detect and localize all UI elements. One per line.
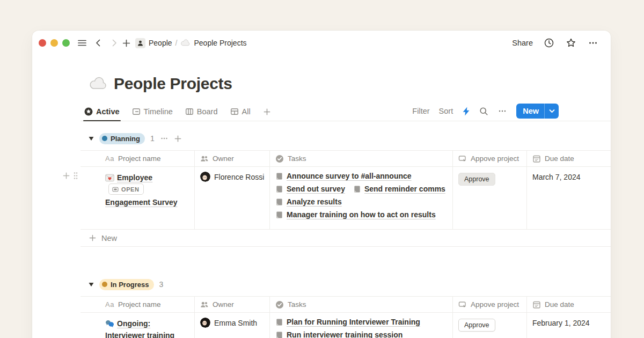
drag-handle-icon[interactable] <box>73 172 78 180</box>
project-name-cell[interactable]: EmployeeOPEN Engagement Survey <box>80 167 194 229</box>
approve-button[interactable]: Approve <box>458 319 495 332</box>
collapse-triangle-icon[interactable] <box>89 136 94 141</box>
page-icon <box>275 331 283 338</box>
owner-cell[interactable]: Emma Smith <box>194 313 269 338</box>
tab-label: Active <box>96 107 120 116</box>
new-button[interactable]: New <box>516 104 559 119</box>
notion-window: People / People Projects Share <box>32 31 611 338</box>
task-link[interactable]: Send reminder comms <box>353 185 445 193</box>
page-icon <box>275 318 283 326</box>
column-header-approve-project[interactable]: Appove project <box>452 297 526 312</box>
task-link[interactable]: Run interviewer training session <box>275 330 402 338</box>
status-dot-icon <box>102 282 107 287</box>
task-link[interactable]: Plan for Running Interviewer Training <box>275 318 420 326</box>
search-icon[interactable] <box>479 107 488 116</box>
due-date-value: February 1, 2024 <box>532 318 606 327</box>
task-link[interactable]: Send out survey <box>275 185 345 193</box>
table-header-row: Aa Project name Owner Tasks <box>80 296 611 313</box>
forward-icon[interactable] <box>108 37 120 49</box>
add-new-row[interactable]: New <box>80 230 611 247</box>
sort-button[interactable]: Sort <box>439 107 453 115</box>
column-header-due-date[interactable]: Due date <box>526 297 611 312</box>
task-link[interactable]: Announce survey to #all-announce <box>275 172 412 180</box>
new-page-icon[interactable] <box>120 37 132 49</box>
group-add-icon[interactable] <box>174 135 182 143</box>
desktop-background: People / People Projects Share <box>0 0 644 338</box>
automation-bolt-icon[interactable] <box>462 107 470 116</box>
page-header: People Projects <box>89 75 611 93</box>
calendar-icon <box>532 155 541 163</box>
breadcrumb-separator: / <box>175 39 178 47</box>
calendar-icon <box>532 300 541 309</box>
badge-label: OPEN <box>121 183 140 195</box>
zoom-window-button[interactable] <box>62 39 70 47</box>
status-pill-planning[interactable]: Planning <box>99 133 145 144</box>
page-icon <box>275 172 283 180</box>
add-row-icon[interactable] <box>62 172 70 180</box>
clock-icon[interactable] <box>543 37 555 49</box>
tab-label: All <box>242 107 251 116</box>
due-date-cell[interactable]: March 7, 2024 <box>526 167 611 229</box>
tab-active[interactable]: Active <box>84 104 120 121</box>
favorite-star-icon[interactable] <box>565 37 577 49</box>
love-letter-icon <box>105 174 114 182</box>
breadcrumb-current[interactable]: People Projects <box>194 39 246 47</box>
group-spacer <box>80 247 611 267</box>
group-name: In Progress <box>111 281 149 289</box>
breadcrumb-parent[interactable]: People <box>149 39 172 47</box>
table-header-row: Aa Project name Owner Tasks <box>80 150 611 167</box>
new-button-label: New <box>516 107 544 115</box>
avatar <box>200 172 210 182</box>
person-page-icon <box>135 38 145 48</box>
check-circle-icon <box>275 300 284 309</box>
task-link[interactable]: Analyze results <box>275 197 342 206</box>
page-cloud-icon[interactable] <box>89 77 108 91</box>
status-pill-in-progress[interactable]: In Progress <box>99 279 154 290</box>
column-header-due-date[interactable]: Due date <box>526 151 611 166</box>
owner-cell[interactable]: Florence Rossi <box>194 167 269 229</box>
owner-name: Florence Rossi <box>214 173 264 181</box>
group-more-icon[interactable] <box>160 134 169 143</box>
page-icon <box>353 185 361 193</box>
breadcrumb: People / People Projects <box>135 38 247 48</box>
open-status-badge[interactable]: OPEN <box>108 183 144 195</box>
due-date-cell[interactable]: February 1, 2024 <box>526 313 611 338</box>
column-header-owner[interactable]: Owner <box>194 297 269 312</box>
row-handles <box>62 172 78 180</box>
group-count: 3 <box>159 280 164 289</box>
database-view: Planning 1 Aa Project name <box>80 131 611 338</box>
column-header-project-name[interactable]: Aa Project name <box>80 151 194 166</box>
project-title[interactable]: Ongoing: Interviewer training <box>105 319 174 338</box>
button-property-icon <box>458 155 467 163</box>
close-window-button[interactable] <box>39 39 46 47</box>
column-header-tasks[interactable]: Tasks <box>269 151 452 166</box>
project-name-cell[interactable]: Ongoing: Interviewer training <box>80 313 194 338</box>
group-name: Planning <box>111 135 140 143</box>
people-icon <box>200 300 209 309</box>
collapse-triangle-icon[interactable] <box>89 282 94 287</box>
project-title-part1[interactable]: Employee <box>117 173 152 182</box>
more-options-icon[interactable] <box>587 37 599 49</box>
approve-button[interactable]: Approve <box>458 173 495 186</box>
tab-all[interactable]: All <box>230 104 251 121</box>
filter-button[interactable]: Filter <box>412 107 429 115</box>
sidebar-toggle-icon[interactable] <box>76 37 88 49</box>
back-icon[interactable] <box>92 37 104 49</box>
chevron-down-icon[interactable] <box>545 104 559 119</box>
column-header-owner[interactable]: Owner <box>194 151 269 166</box>
column-header-tasks[interactable]: Tasks <box>269 297 452 312</box>
column-header-approve-project[interactable]: Appove project <box>452 151 526 166</box>
share-button[interactable]: Share <box>512 39 533 47</box>
minimize-window-button[interactable] <box>50 39 58 47</box>
due-date-value: March 7, 2024 <box>532 172 606 181</box>
task-link[interactable]: Manager training on how to act on result… <box>275 210 436 219</box>
owner-name: Emma Smith <box>214 319 257 327</box>
page-title[interactable]: People Projects <box>114 75 232 93</box>
project-title-part2[interactable]: Engagement Survey <box>105 198 178 207</box>
tab-board[interactable]: Board <box>185 104 218 121</box>
tab-timeline[interactable]: Timeline <box>132 104 173 121</box>
star-circle-icon <box>84 107 93 116</box>
view-more-options-icon[interactable] <box>497 106 507 116</box>
column-header-project-name[interactable]: Aa Project name <box>80 297 194 312</box>
add-view-icon[interactable] <box>263 104 271 121</box>
